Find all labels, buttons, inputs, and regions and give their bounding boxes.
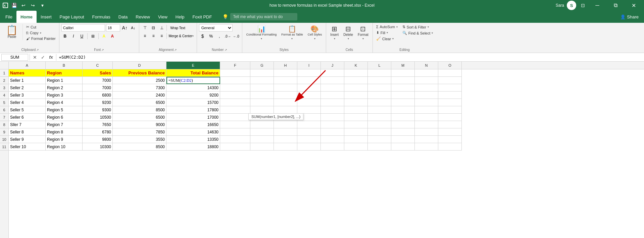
- cell-e5[interactable]: 15700: [166, 99, 220, 106]
- row-num-9[interactable]: 9: [0, 128, 8, 136]
- comma-button[interactable]: ,: [216, 33, 223, 40]
- cell-c3[interactable]: 7000: [83, 84, 113, 92]
- cell-l5[interactable]: [368, 99, 391, 106]
- col-header-g[interactable]: G: [250, 62, 274, 69]
- format-painter-button[interactable]: 🖌 Format Painter: [25, 36, 57, 41]
- cell-o10[interactable]: [438, 136, 462, 143]
- fill-color-button[interactable]: A: [100, 33, 108, 40]
- redo-button[interactable]: ↪: [29, 1, 37, 9]
- cell-o3[interactable]: [438, 84, 462, 92]
- copy-button[interactable]: ⎘ Copy ▾: [25, 30, 57, 36]
- cell-i5[interactable]: [297, 99, 321, 106]
- cell-k8[interactable]: [344, 121, 368, 128]
- cell-d11[interactable]: 8500: [113, 143, 166, 151]
- cell-g10[interactable]: [250, 136, 274, 143]
- cell-g6[interactable]: [250, 106, 274, 114]
- cell-k1[interactable]: [344, 69, 368, 77]
- cell-d2[interactable]: 2500: [113, 77, 166, 84]
- menu-page-layout[interactable]: Page Layout: [56, 11, 88, 23]
- cell-n2[interactable]: [415, 77, 438, 84]
- cell-o8[interactable]: [438, 121, 462, 128]
- cell-l1[interactable]: [368, 69, 391, 77]
- cell-j11[interactable]: [321, 143, 344, 151]
- cell-c8[interactable]: 7650: [83, 121, 113, 128]
- col-header-j[interactable]: J: [321, 62, 344, 69]
- row-num-7[interactable]: 7: [0, 114, 8, 121]
- cell-a6[interactable]: Seller 5: [9, 106, 46, 114]
- row-num-2[interactable]: 2: [0, 77, 8, 84]
- cell-l8[interactable]: [368, 121, 391, 128]
- cell-f4[interactable]: [220, 92, 250, 99]
- cell-c10[interactable]: 9800: [83, 136, 113, 143]
- cell-m5[interactable]: [391, 99, 415, 106]
- cell-n7[interactable]: [415, 114, 438, 121]
- cell-j2[interactable]: [321, 77, 344, 84]
- cell-m6[interactable]: [391, 106, 415, 114]
- cell-i9[interactable]: [297, 128, 321, 136]
- col-header-h[interactable]: H: [274, 62, 297, 69]
- cell-g1[interactable]: [250, 69, 274, 77]
- cell-k10[interactable]: [344, 136, 368, 143]
- cell-i11[interactable]: [297, 143, 321, 151]
- menu-review[interactable]: Review: [132, 11, 154, 23]
- cell-c4[interactable]: 6800: [83, 92, 113, 99]
- cell-o11[interactable]: [438, 143, 462, 151]
- col-header-o[interactable]: O: [438, 62, 462, 69]
- row-num-10[interactable]: 10: [0, 136, 8, 143]
- col-header-b[interactable]: B: [46, 62, 83, 69]
- cell-j7[interactable]: [321, 114, 344, 121]
- cell-o1[interactable]: [438, 69, 462, 77]
- cell-f1[interactable]: [220, 69, 250, 77]
- cell-o2[interactable]: [438, 77, 462, 84]
- cell-b2[interactable]: Region 1: [46, 77, 83, 84]
- row-num-6[interactable]: 6: [0, 106, 8, 114]
- cell-a2[interactable]: Seller 1: [9, 77, 46, 84]
- decrease-decimal-button[interactable]: ←.0: [233, 33, 240, 40]
- cell-h4[interactable]: [274, 92, 297, 99]
- font-size-input[interactable]: [106, 24, 120, 32]
- cell-g4[interactable]: [250, 92, 274, 99]
- cell-k7[interactable]: [344, 114, 368, 121]
- cell-c7[interactable]: 10500: [83, 114, 113, 121]
- cell-m2[interactable]: [391, 77, 415, 84]
- cell-h10[interactable]: [274, 136, 297, 143]
- cell-c1[interactable]: Sales: [83, 69, 113, 77]
- cell-m3[interactable]: [391, 84, 415, 92]
- cell-d3[interactable]: 7300: [113, 84, 166, 92]
- align-top-button[interactable]: ⊤: [141, 24, 149, 32]
- cell-d5[interactable]: 6500: [113, 99, 166, 106]
- cell-n1[interactable]: [415, 69, 438, 77]
- cell-n3[interactable]: [415, 84, 438, 92]
- col-header-e[interactable]: E: [166, 62, 220, 69]
- cell-n9[interactable]: [415, 128, 438, 136]
- cell-h11[interactable]: [274, 143, 297, 151]
- align-right-button[interactable]: ≡: [158, 32, 165, 40]
- clear-button[interactable]: 🧹 Clear ▾: [375, 36, 399, 42]
- cell-d6[interactable]: 8500: [113, 106, 166, 114]
- cell-e2[interactable]: =SUM(C2:D2): [166, 77, 220, 84]
- fill-button[interactable]: ⬇ Fill ▾: [375, 30, 399, 36]
- corner-cell[interactable]: [0, 62, 9, 69]
- cancel-formula-button[interactable]: ✕: [31, 54, 39, 61]
- cell-c9[interactable]: 6780: [83, 128, 113, 136]
- conditional-formatting-button[interactable]: 📊 Conditional Formatting ▾: [244, 24, 279, 42]
- cell-b9[interactable]: Region 8: [46, 128, 83, 136]
- cell-f10[interactable]: [220, 136, 250, 143]
- bold-button[interactable]: B: [61, 33, 69, 40]
- align-bottom-button[interactable]: ⊥: [158, 24, 165, 32]
- cell-e4[interactable]: 9200: [166, 92, 220, 99]
- cell-f5[interactable]: [220, 99, 250, 106]
- cell-k6[interactable]: [344, 106, 368, 114]
- border-button[interactable]: ⊞: [89, 33, 97, 40]
- number-format-select[interactable]: General: [199, 24, 233, 32]
- italic-button[interactable]: I: [70, 33, 77, 40]
- cell-b4[interactable]: Region 3: [46, 92, 83, 99]
- cell-o9[interactable]: [438, 128, 462, 136]
- cell-l10[interactable]: [368, 136, 391, 143]
- cell-a7[interactable]: Seller 6: [9, 114, 46, 121]
- cell-l6[interactable]: [368, 106, 391, 114]
- quick-access-more-button[interactable]: ▾: [38, 1, 46, 9]
- cell-k11[interactable]: [344, 143, 368, 151]
- cell-e3[interactable]: 14300: [166, 84, 220, 92]
- cell-i1[interactable]: [297, 69, 321, 77]
